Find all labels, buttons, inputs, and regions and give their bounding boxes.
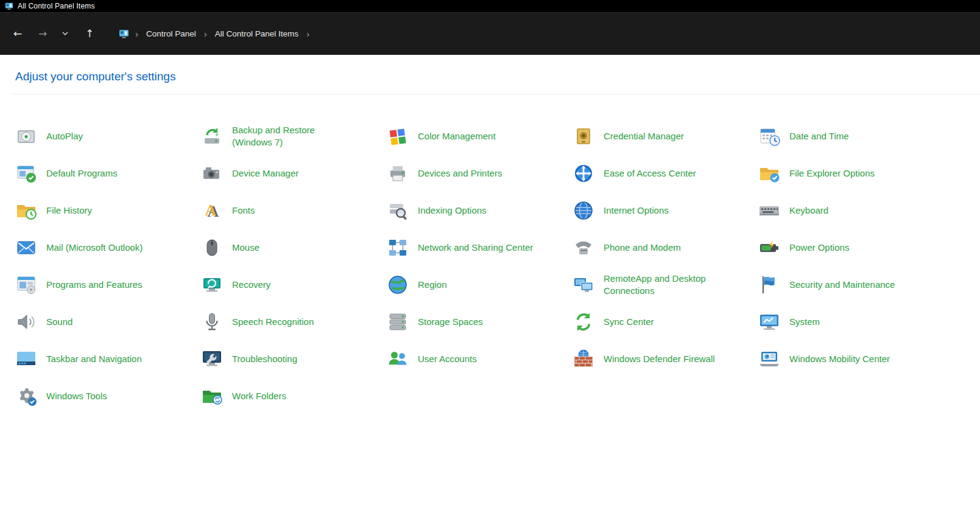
control-panel-item[interactable]: Recovery bbox=[201, 274, 387, 296]
control-panel-item[interactable]: File Explorer Options bbox=[758, 162, 944, 184]
control-panel-item[interactable]: Internet Options bbox=[573, 200, 758, 222]
control-panel-item-label[interactable]: Backup and Restore (Windows 7) bbox=[232, 124, 357, 147]
control-panel-item[interactable]: Sound bbox=[15, 311, 201, 333]
forward-arrow-icon: → bbox=[38, 29, 47, 39]
control-panel-item[interactable]: Work Folders bbox=[201, 385, 387, 407]
control-panel-item-label[interactable]: Power Options bbox=[789, 242, 849, 253]
control-panel-item-label[interactable]: Internet Options bbox=[604, 204, 669, 216]
control-panel-item-label[interactable]: Recovery bbox=[232, 279, 270, 290]
forward-button[interactable]: → bbox=[32, 23, 53, 44]
control-panel-item[interactable]: Device Manager bbox=[201, 162, 387, 184]
control-panel-item[interactable]: Phone and Modem bbox=[573, 237, 758, 259]
control-panel-item-label[interactable]: Device Manager bbox=[232, 167, 298, 179]
control-panel-item[interactable]: Backup and Restore (Windows 7) bbox=[201, 124, 387, 147]
control-panel-item-label[interactable]: Windows Tools bbox=[46, 390, 107, 402]
security-maintenance-icon bbox=[758, 274, 780, 296]
control-panel-item-label[interactable]: Devices and Printers bbox=[418, 167, 502, 179]
control-panel-item-label[interactable]: Storage Spaces bbox=[418, 316, 483, 327]
control-panel-item-label[interactable]: User Accounts bbox=[418, 353, 477, 365]
control-panel-item-label[interactable]: Indexing Options bbox=[418, 204, 487, 216]
control-panel-item[interactable]: Date and Time bbox=[758, 125, 944, 147]
control-panel-item[interactable]: Power Options bbox=[758, 237, 944, 259]
ease-of-access-icon bbox=[573, 162, 594, 184]
control-panel-item[interactable]: Sync Center bbox=[573, 311, 758, 333]
user-accounts-icon bbox=[387, 348, 409, 370]
control-panel-item[interactable]: Devices and Printers bbox=[387, 162, 573, 184]
up-button[interactable]: ↑ bbox=[79, 23, 100, 44]
control-panel-item[interactable]: User Accounts bbox=[387, 348, 573, 370]
control-panel-item[interactable]: Windows Tools bbox=[15, 385, 201, 407]
control-panel-item[interactable]: Mail (Microsoft Outlook) bbox=[15, 237, 201, 259]
control-panel-item-label[interactable]: Windows Defender Firewall bbox=[604, 353, 715, 365]
control-panel-item-label[interactable]: Windows Mobility Center bbox=[789, 353, 890, 365]
control-panel-item-label[interactable]: Fonts bbox=[232, 204, 255, 216]
sound-icon bbox=[15, 311, 37, 333]
windows-defender-firewall-icon bbox=[573, 348, 594, 370]
control-panel-item-label[interactable]: Color Management bbox=[418, 130, 496, 142]
remoteapp-icon bbox=[573, 274, 594, 296]
control-panel-item-label[interactable]: Ease of Access Center bbox=[604, 167, 696, 179]
control-panel-item-label[interactable]: AutoPlay bbox=[46, 130, 83, 142]
control-panel-item-label[interactable]: File Explorer Options bbox=[789, 167, 875, 179]
control-panel-item[interactable]: File History bbox=[15, 200, 201, 222]
control-panel-item-label[interactable]: Sound bbox=[46, 316, 72, 327]
control-panel-items-grid: AutoPlayBackup and Restore (Windows 7)Co… bbox=[0, 117, 980, 414]
control-panel-item[interactable]: AutoPlay bbox=[15, 125, 201, 147]
control-panel-item[interactable]: Programs and Features bbox=[15, 274, 201, 296]
page-title: Adjust your computer's settings bbox=[0, 55, 980, 94]
control-panel-item-label[interactable]: Keyboard bbox=[789, 204, 828, 216]
control-panel-item[interactable]: Storage Spaces bbox=[387, 311, 573, 333]
control-panel-item[interactable]: Troubleshooting bbox=[201, 348, 387, 370]
control-panel-item[interactable]: Region bbox=[387, 274, 573, 296]
breadcrumb-control-panel[interactable]: Control Panel bbox=[142, 26, 200, 41]
control-panel-icon[interactable] bbox=[119, 29, 129, 39]
control-panel-item-label[interactable]: Mouse bbox=[232, 242, 259, 253]
breadcrumb-all-control-panel-items[interactable]: All Control Panel Items bbox=[211, 26, 303, 41]
recent-locations-button[interactable] bbox=[57, 23, 73, 44]
storage-spaces-icon bbox=[387, 311, 409, 333]
control-panel-item-label[interactable]: System bbox=[789, 316, 820, 327]
control-panel-item[interactable]: Windows Defender Firewall bbox=[573, 348, 758, 370]
control-panel-item[interactable]: Mouse bbox=[201, 237, 387, 259]
control-panel-item[interactable]: Network and Sharing Center bbox=[387, 237, 573, 259]
control-panel-item-label[interactable]: Taskbar and Navigation bbox=[46, 353, 142, 365]
autoplay-icon bbox=[15, 125, 37, 147]
chevron-separator-icon: › bbox=[305, 29, 311, 39]
control-panel-item-label[interactable]: Phone and Modem bbox=[604, 242, 681, 253]
control-panel-item[interactable]: System bbox=[758, 311, 944, 333]
control-panel-item[interactable]: Color Management bbox=[387, 125, 573, 147]
control-panel-item[interactable]: AAFonts bbox=[201, 200, 387, 222]
control-panel-item[interactable]: Security and Maintenance bbox=[758, 274, 944, 296]
control-panel-item-label[interactable]: Work Folders bbox=[232, 390, 286, 402]
divider bbox=[10, 94, 980, 94]
control-panel-item-label[interactable]: Troubleshooting bbox=[232, 353, 297, 365]
control-panel-item-label[interactable]: Date and Time bbox=[789, 130, 849, 142]
back-button[interactable]: ← bbox=[7, 23, 28, 44]
control-panel-item-label[interactable]: Programs and Features bbox=[46, 279, 143, 290]
control-panel-item-label[interactable]: Region bbox=[418, 279, 447, 290]
control-panel-item[interactable]: Taskbar and Navigation bbox=[15, 348, 201, 370]
chevron-separator-icon: › bbox=[203, 29, 208, 39]
control-panel-item[interactable]: Ease of Access Center bbox=[573, 162, 758, 184]
chevron-down-icon bbox=[62, 29, 69, 39]
control-panel-item-label[interactable]: Default Programs bbox=[46, 167, 118, 179]
control-panel-item[interactable]: Keyboard bbox=[758, 200, 944, 222]
control-panel-item-label[interactable]: Mail (Microsoft Outlook) bbox=[46, 242, 143, 253]
control-panel-item-label[interactable]: Network and Sharing Center bbox=[418, 242, 533, 253]
control-panel-item-label[interactable]: RemoteApp and Desktop Connections bbox=[604, 273, 728, 296]
breadcrumb: › Control Panel › All Control Panel Item… bbox=[119, 26, 311, 41]
control-panel-item-label[interactable]: Security and Maintenance bbox=[789, 279, 895, 290]
control-panel-item-label[interactable]: Speech Recognition bbox=[232, 316, 314, 327]
taskbar-navigation-icon bbox=[15, 348, 37, 370]
control-panel-item-label[interactable]: Sync Center bbox=[604, 316, 654, 327]
fonts-icon: AA bbox=[201, 200, 223, 222]
control-panel-item[interactable]: Speech Recognition bbox=[201, 311, 387, 333]
control-panel-item[interactable]: RemoteApp and Desktop Connections bbox=[573, 273, 758, 296]
control-panel-item[interactable]: Windows Mobility Center bbox=[758, 348, 944, 370]
control-panel-item[interactable]: Default Programs bbox=[15, 162, 201, 184]
control-panel-item-label[interactable]: File History bbox=[46, 204, 92, 216]
control-panel-item[interactable]: Credential Manager bbox=[573, 125, 758, 147]
devices-printers-icon bbox=[387, 162, 409, 184]
control-panel-item[interactable]: Indexing Options bbox=[387, 200, 573, 222]
control-panel-item-label[interactable]: Credential Manager bbox=[604, 130, 684, 142]
